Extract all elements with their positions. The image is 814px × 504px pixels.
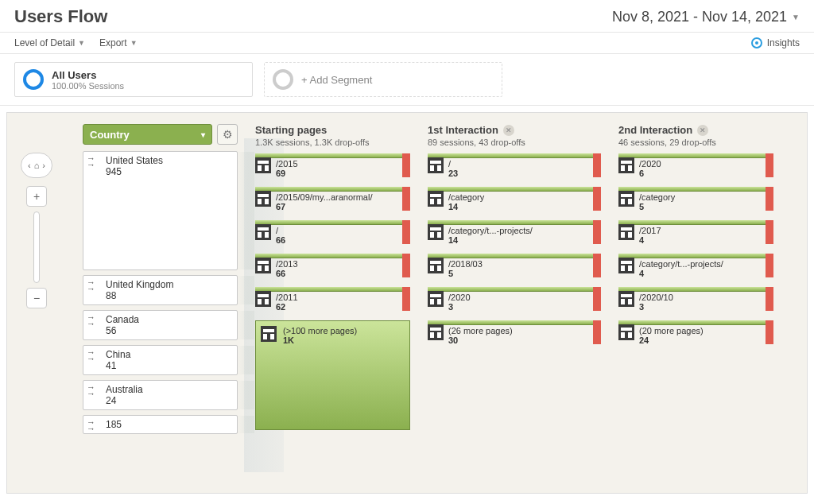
remove-step-button[interactable]: ✕: [503, 125, 514, 136]
chevron-down-icon: ▼: [78, 39, 85, 47]
flow-node[interactable]: /201162: [255, 287, 410, 311]
flow-node[interactable]: /20203: [428, 287, 601, 311]
node-path: (26 more pages): [448, 326, 513, 335]
flow-node[interactable]: /category/t...-projects/14: [428, 220, 601, 244]
node-path: /2011: [276, 293, 298, 302]
page-icon: [618, 291, 634, 307]
flow-node-more[interactable]: (>100 more pages)1K ⇣: [255, 320, 410, 430]
flow-node[interactable]: /201366: [255, 254, 410, 277]
dropoff-bar: ⇣: [409, 321, 410, 429]
source-value: 88: [106, 290, 232, 301]
page-icon: [618, 324, 634, 340]
flow-node[interactable]: /2015/09/my...aranormal/67: [255, 187, 410, 211]
users-flow-canvas[interactable]: ‹ ⌂ › + − Country ▾ ⚙ →→ United States 9…: [6, 112, 808, 494]
node-path: /2015/09/my...aranormal/: [276, 192, 372, 202]
date-range-picker[interactable]: Nov 8, 2021 - Nov 14, 2021 ▼: [612, 9, 800, 25]
flow-node[interactable]: /2020/103: [618, 287, 773, 311]
insights-icon: [751, 37, 762, 48]
node-value: 5: [448, 269, 483, 278]
export-dropdown[interactable]: Export ▼: [99, 37, 138, 48]
zoom-slider[interactable]: [33, 211, 40, 283]
source-value: 56: [106, 325, 232, 336]
node-path: /category/t...-projects/: [639, 259, 723, 269]
node-path: /2020: [448, 293, 471, 302]
segment-all-users[interactable]: All Users 100.00% Sessions: [14, 62, 253, 97]
dimension-label: Country: [90, 129, 130, 141]
node-value: 62: [276, 302, 298, 312]
segment-ring-icon: [23, 69, 44, 90]
level-of-detail-dropdown[interactable]: Level of Detail ▼: [14, 37, 85, 48]
flow-node[interactable]: /2018/035: [428, 254, 601, 277]
level-of-detail-label: Level of Detail: [14, 37, 75, 48]
column-subtitle: 89 sessions, 43 drop-offs: [428, 138, 601, 147]
node-value: 4: [639, 235, 661, 245]
source-node[interactable]: →→ United Kingdom 88: [83, 275, 238, 305]
node-path: /category: [448, 192, 484, 202]
flow-node[interactable]: /category14: [428, 187, 601, 211]
flow-node[interactable]: /20206: [618, 153, 773, 177]
flow-node[interactable]: /category5: [618, 187, 773, 211]
page-title: Users Flow: [14, 6, 107, 27]
node-path: (>100 more pages): [283, 326, 405, 335]
chevron-left-icon: ‹: [28, 161, 31, 170]
source-node[interactable]: →→ United States 945: [83, 151, 238, 270]
source-value: 185: [106, 419, 232, 430]
zoom-in-button[interactable]: +: [26, 186, 47, 207]
flow-node[interactable]: (26 more pages)30: [428, 320, 601, 344]
page-icon: [255, 258, 271, 273]
pan-home-control[interactable]: ‹ ⌂ ›: [21, 153, 52, 178]
page-icon: [255, 191, 271, 207]
page-icon: [428, 291, 444, 307]
node-path: /2020: [639, 159, 661, 169]
flow-node[interactable]: /66: [255, 220, 410, 244]
page-icon: [618, 157, 634, 173]
source-value: 945: [106, 166, 232, 177]
source-node[interactable]: →→ China 41: [83, 345, 238, 375]
add-segment-label: + Add Segment: [301, 74, 372, 86]
zoom-out-button[interactable]: −: [26, 288, 47, 308]
segment-title: All Users: [52, 69, 124, 81]
node-path: /2017: [639, 226, 661, 235]
source-value: 41: [106, 360, 232, 371]
page-icon: [261, 326, 277, 342]
node-path: /category: [639, 192, 675, 202]
source-node[interactable]: →→ Australia 24: [83, 380, 238, 410]
insights-button[interactable]: Insights: [751, 37, 800, 48]
page-icon: [618, 258, 634, 273]
source-node[interactable]: →→ 185: [83, 415, 238, 434]
source-label: United States: [106, 155, 232, 166]
node-value: 14: [448, 235, 533, 245]
dimension-settings-button[interactable]: ⚙: [217, 124, 238, 145]
source-value: 24: [106, 395, 232, 406]
column-title: 1st Interaction: [428, 124, 498, 136]
remove-step-button[interactable]: ✕: [697, 125, 708, 136]
source-node[interactable]: →→ Canada 56: [83, 310, 238, 340]
flow-node[interactable]: /201569: [255, 153, 410, 177]
add-segment-button[interactable]: + Add Segment: [264, 62, 502, 97]
page-icon: [255, 291, 271, 307]
source-label: Australia: [106, 384, 232, 395]
page-icon: [428, 224, 444, 240]
flow-node[interactable]: (20 more pages)24: [618, 320, 773, 344]
node-value: 5: [639, 202, 675, 211]
flow-node[interactable]: /category/t...-projects/4: [618, 254, 773, 277]
node-path: (20 more pages): [639, 326, 704, 335]
column-subtitle: 46 sessions, 29 drop-offs: [618, 138, 773, 147]
page-icon: [428, 324, 444, 340]
node-path: /2018/03: [448, 259, 483, 269]
node-path: /: [448, 159, 458, 169]
source-label: China: [106, 349, 232, 360]
flow-column-starting: Starting pages 1.3K sessions, 1.3K drop-…: [255, 124, 410, 439]
column-subtitle: 1.3K sessions, 1.3K drop-offs: [255, 138, 410, 147]
node-path: /category/t...-projects/: [448, 226, 533, 235]
page-icon: [618, 224, 634, 240]
flow-node[interactable]: /23: [428, 153, 601, 177]
node-value: 67: [276, 202, 372, 211]
flow-column-2nd: 2nd Interaction ✕ 46 sessions, 29 drop-o…: [618, 124, 773, 439]
dimension-selector[interactable]: Country ▾: [83, 124, 212, 145]
flow-node[interactable]: /20174: [618, 220, 773, 244]
node-path: /2013: [276, 259, 298, 269]
node-value: 24: [639, 335, 704, 345]
date-range-label: Nov 8, 2021 - Nov 14, 2021: [612, 9, 787, 25]
segment-subtitle: 100.00% Sessions: [52, 81, 124, 91]
